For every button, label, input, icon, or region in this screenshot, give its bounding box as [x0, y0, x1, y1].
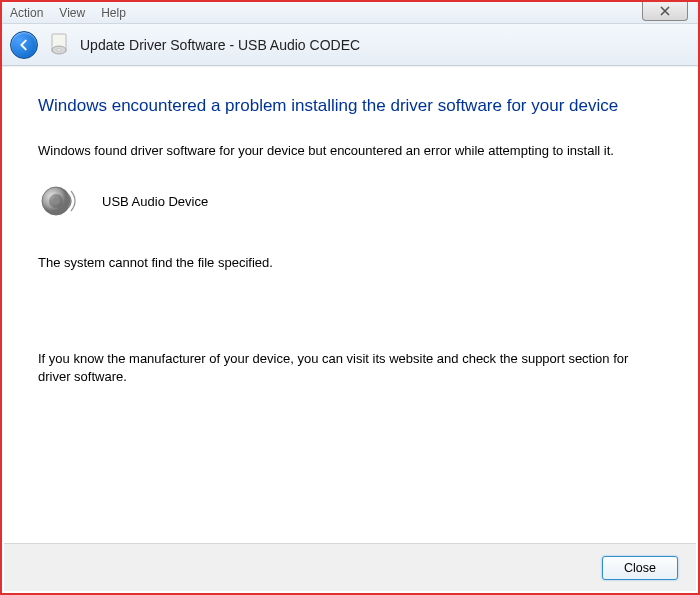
dialog-footer: Close	[4, 543, 696, 591]
close-button[interactable]: Close	[602, 556, 678, 580]
main-heading: Windows encountered a problem installing…	[38, 95, 662, 118]
svg-point-5	[53, 198, 59, 204]
error-message: The system cannot find the file specifie…	[38, 255, 662, 270]
menu-help[interactable]: Help	[101, 6, 126, 20]
device-row: USB Audio Device	[38, 181, 662, 221]
device-name: USB Audio Device	[102, 194, 208, 209]
menu-action[interactable]: Action	[10, 6, 43, 20]
found-text: Windows found driver software for your d…	[38, 142, 662, 160]
window-title: Update Driver Software - USB Audio CODEC	[80, 37, 360, 53]
hint-text: If you know the manufacturer of your dev…	[38, 350, 662, 385]
back-button[interactable]	[10, 31, 38, 59]
speaker-icon	[38, 181, 78, 221]
svg-point-2	[57, 49, 61, 51]
menu-bar: Action View Help	[2, 2, 698, 24]
menu-view[interactable]: View	[59, 6, 85, 20]
content-area: Windows encountered a problem installing…	[2, 66, 698, 536]
driver-disk-icon	[50, 33, 68, 56]
navigation-header: Update Driver Software - USB Audio CODEC	[2, 24, 698, 66]
window-close-button[interactable]	[642, 1, 688, 21]
